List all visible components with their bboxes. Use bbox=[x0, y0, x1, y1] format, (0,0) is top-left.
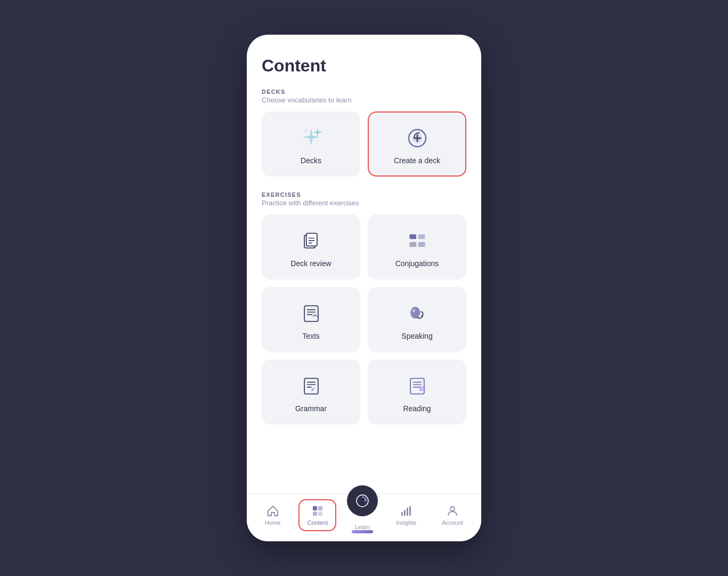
speaking-icon bbox=[405, 301, 430, 326]
deck-review-card-label: Deck review bbox=[290, 259, 331, 268]
nav-account-label: Account bbox=[442, 519, 463, 526]
svg-point-19 bbox=[412, 309, 415, 313]
decks-card-label: Decks bbox=[301, 156, 321, 165]
learn-circle-icon bbox=[354, 493, 370, 509]
reading-card[interactable]: Reading bbox=[368, 359, 466, 425]
grammar-card-label: Grammar bbox=[295, 404, 327, 413]
nav-item-learn[interactable]: Learn bbox=[347, 485, 378, 530]
nav-insights-label: Insights bbox=[396, 519, 416, 526]
page-title: Content bbox=[262, 56, 466, 76]
grammar-icon bbox=[298, 373, 324, 399]
nav-item-home[interactable]: Home bbox=[257, 500, 288, 530]
svg-rect-11 bbox=[418, 234, 425, 239]
svg-rect-39 bbox=[409, 506, 411, 516]
deck-review-icon bbox=[298, 228, 324, 254]
phone-frame: Content DECKS Choose vocabularies to lea… bbox=[247, 35, 481, 541]
decks-section-label: DECKS bbox=[262, 89, 466, 95]
speaking-card-label: Speaking bbox=[401, 332, 432, 340]
exercises-section-label: EXERCISES bbox=[262, 191, 466, 198]
content-icon bbox=[311, 505, 324, 517]
svg-point-25 bbox=[311, 389, 313, 391]
texts-card-label: Texts bbox=[302, 332, 320, 340]
svg-rect-36 bbox=[401, 512, 403, 516]
nav-item-insights[interactable]: Insights bbox=[389, 500, 424, 530]
svg-rect-12 bbox=[409, 242, 416, 247]
deck-review-card[interactable]: Deck review bbox=[262, 214, 360, 279]
svg-point-20 bbox=[420, 315, 423, 317]
learn-circle bbox=[347, 485, 378, 516]
texts-card[interactable]: Texts bbox=[262, 287, 360, 352]
conjugations-card[interactable]: Conjugations bbox=[368, 214, 466, 279]
svg-rect-31 bbox=[313, 506, 317, 510]
svg-point-40 bbox=[450, 507, 455, 511]
home-icon bbox=[266, 505, 279, 517]
grammar-card[interactable]: Grammar bbox=[262, 359, 360, 425]
svg-rect-34 bbox=[318, 511, 322, 516]
svg-rect-14 bbox=[304, 306, 318, 321]
exercises-section-subtitle: Practice with different exercises bbox=[262, 199, 466, 207]
create-deck-card[interactable]: Create a deck bbox=[368, 111, 466, 177]
svg-rect-13 bbox=[418, 242, 425, 247]
sparkle-icon bbox=[298, 125, 324, 151]
conjugations-icon bbox=[405, 228, 430, 254]
decks-card[interactable]: Decks bbox=[262, 111, 360, 177]
svg-rect-6 bbox=[306, 233, 317, 246]
texts-icon bbox=[298, 301, 324, 326]
reading-card-label: Reading bbox=[403, 404, 431, 413]
content-area: Content DECKS Choose vocabularies to lea… bbox=[247, 35, 481, 493]
svg-rect-38 bbox=[407, 508, 408, 516]
svg-rect-10 bbox=[409, 234, 416, 239]
create-deck-card-label: Create a deck bbox=[394, 156, 440, 165]
create-deck-icon bbox=[405, 125, 430, 151]
learn-arc bbox=[352, 530, 373, 533]
svg-point-18 bbox=[410, 307, 420, 318]
insights-icon bbox=[400, 505, 412, 517]
reading-icon bbox=[405, 373, 430, 399]
account-icon bbox=[446, 505, 459, 517]
svg-rect-21 bbox=[304, 378, 318, 394]
nav-home-label: Home bbox=[265, 519, 280, 526]
nav-item-content[interactable]: Content bbox=[298, 499, 336, 531]
nav-content-label: Content bbox=[307, 519, 328, 526]
exercises-grid: Deck review Conjugations bbox=[262, 214, 466, 425]
bottom-nav: Home Content Learn bbox=[247, 493, 481, 541]
svg-rect-30 bbox=[419, 386, 423, 391]
svg-rect-32 bbox=[318, 506, 322, 510]
svg-rect-37 bbox=[404, 510, 406, 516]
decks-grid: Decks Create a deck bbox=[262, 111, 466, 177]
svg-point-0 bbox=[305, 130, 307, 132]
conjugations-card-label: Conjugations bbox=[395, 259, 439, 268]
svg-rect-33 bbox=[313, 511, 317, 516]
nav-learn-label: Learn bbox=[355, 524, 370, 530]
speaking-card[interactable]: Speaking bbox=[368, 287, 466, 352]
nav-item-account[interactable]: Account bbox=[434, 500, 471, 530]
decks-section-subtitle: Choose vocabularies to learn bbox=[262, 96, 466, 104]
